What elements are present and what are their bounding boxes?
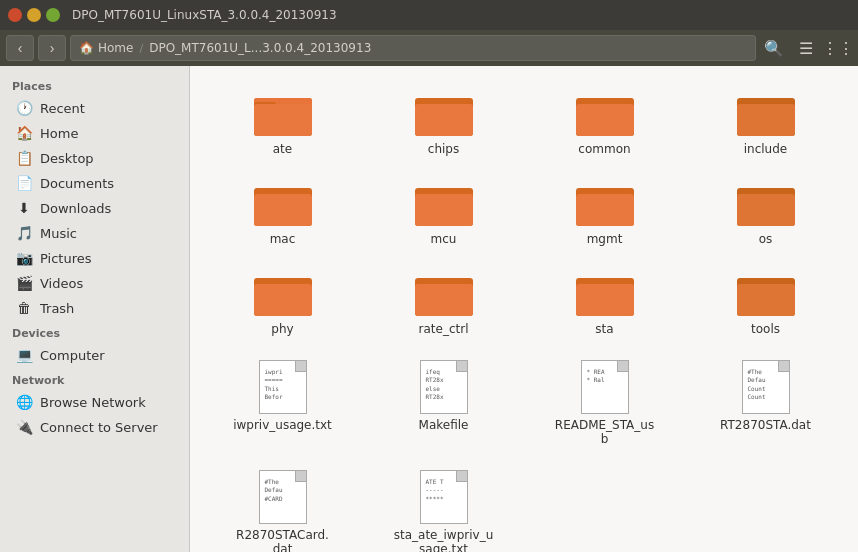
sidebar-item-pictures[interactable]: 📷 Pictures bbox=[4, 246, 185, 270]
svg-rect-6 bbox=[415, 104, 473, 136]
home-sidebar-icon: 🏠 bbox=[16, 125, 32, 141]
maximize-button[interactable] bbox=[46, 8, 60, 22]
folder-icon-chips bbox=[415, 90, 473, 138]
network-header: Network bbox=[0, 368, 189, 389]
folder-icon-phy bbox=[254, 270, 312, 318]
folder-rate-ctrl[interactable]: rate_ctrl bbox=[367, 262, 520, 344]
title-bar: DPO_MT7601U_LinuxSTA_3.0.0.4_20130913 bbox=[0, 0, 858, 30]
sidebar-label-connect-server: Connect to Server bbox=[40, 420, 158, 435]
sidebar-item-computer[interactable]: 💻 Computer bbox=[4, 343, 185, 367]
sidebar-label-music: Music bbox=[40, 226, 77, 241]
file-rt2870sta-dat[interactable]: #The Defau Count Count RT2870STA.dat bbox=[689, 352, 842, 454]
grid-view-icon: ⋮⋮ bbox=[822, 39, 854, 58]
folder-label-common: common bbox=[578, 142, 630, 156]
file-label-makefile: Makefile bbox=[419, 418, 469, 432]
textfile-icon-rt2870sta: #The Defau Count Count bbox=[742, 360, 790, 414]
svg-rect-30 bbox=[415, 284, 473, 316]
folder-icon-mac bbox=[254, 180, 312, 228]
documents-icon: 📄 bbox=[16, 175, 32, 191]
pictures-icon: 📷 bbox=[16, 250, 32, 266]
folder-mac[interactable]: mac bbox=[206, 172, 359, 254]
folder-mcu[interactable]: mcu bbox=[367, 172, 520, 254]
close-button[interactable] bbox=[8, 8, 22, 22]
sidebar: Places 🕐 Recent 🏠 Home 📋 Desktop 📄 Docum… bbox=[0, 66, 190, 552]
file-makefile[interactable]: ifeq RT28x else RT28x Makefile bbox=[367, 352, 520, 454]
file-label-sta-ate-iwpriv: sta_ate_iwpriv_usage.txt bbox=[394, 528, 494, 552]
folder-common[interactable]: common bbox=[528, 82, 681, 164]
textfile-icon-rt2870stacard: #The Defau #CARD bbox=[259, 470, 307, 524]
folder-icon-common bbox=[576, 90, 634, 138]
folder-icon-sta bbox=[576, 270, 634, 318]
sidebar-label-desktop: Desktop bbox=[40, 151, 94, 166]
textfile-icon-makefile: ifeq RT28x else RT28x bbox=[420, 360, 468, 414]
sidebar-item-music[interactable]: 🎵 Music bbox=[4, 221, 185, 245]
textfile-icon-iwpriv: iwpri ===== This Befor bbox=[259, 360, 307, 414]
file-grid: ate chips bbox=[206, 82, 842, 552]
window-controls[interactable] bbox=[8, 8, 60, 22]
current-path: DPO_MT7601U_L...3.0.0.4_20130913 bbox=[149, 41, 371, 55]
grid-view-button[interactable]: ⋮⋮ bbox=[824, 35, 852, 61]
sidebar-item-browse-network[interactable]: 🌐 Browse Network bbox=[4, 390, 185, 414]
sidebar-label-pictures: Pictures bbox=[40, 251, 91, 266]
search-icon: 🔍 bbox=[764, 39, 784, 58]
folder-icon-include bbox=[737, 90, 795, 138]
list-view-button[interactable]: ☰ bbox=[792, 35, 820, 61]
downloads-icon: ⬇ bbox=[16, 200, 32, 216]
sidebar-item-trash[interactable]: 🗑 Trash bbox=[4, 296, 185, 320]
sidebar-item-desktop[interactable]: 📋 Desktop bbox=[4, 146, 185, 170]
back-button[interactable]: ‹ bbox=[6, 35, 34, 61]
file-label-iwpriv: iwpriv_usage.txt bbox=[233, 418, 332, 432]
file-label-rt2870sta-dat: RT2870STA.dat bbox=[720, 418, 811, 432]
svg-rect-9 bbox=[576, 104, 634, 136]
search-button[interactable]: 🔍 bbox=[760, 35, 788, 61]
folder-label-tools: tools bbox=[751, 322, 780, 336]
sidebar-label-videos: Videos bbox=[40, 276, 83, 291]
svg-rect-3 bbox=[254, 104, 312, 136]
devices-header: Devices bbox=[0, 321, 189, 342]
svg-rect-15 bbox=[254, 194, 312, 226]
folder-label-phy: phy bbox=[271, 322, 293, 336]
file-sta-ate-iwpriv[interactable]: ATE T ----- ***** sta_ate_iwpriv_usage.t… bbox=[367, 462, 520, 552]
places-header: Places bbox=[0, 74, 189, 95]
folder-os[interactable]: os bbox=[689, 172, 842, 254]
list-view-icon: ☰ bbox=[799, 39, 813, 58]
file-iwpriv[interactable]: iwpri ===== This Befor iwpriv_usage.txt bbox=[206, 352, 359, 454]
file-readme[interactable]: * REA * Ral README_STA_usb bbox=[528, 352, 681, 454]
trash-icon: 🗑 bbox=[16, 300, 32, 316]
folder-include[interactable]: include bbox=[689, 82, 842, 164]
textfile-icon-sta-ate-iwpriv: ATE T ----- ***** bbox=[420, 470, 468, 524]
forward-button[interactable]: › bbox=[38, 35, 66, 61]
videos-icon: 🎬 bbox=[16, 275, 32, 291]
folder-label-rate-ctrl: rate_ctrl bbox=[419, 322, 469, 336]
sidebar-item-connect-server[interactable]: 🔌 Connect to Server bbox=[4, 415, 185, 439]
folder-label-sta: sta bbox=[595, 322, 613, 336]
folder-mgmt[interactable]: mgmt bbox=[528, 172, 681, 254]
sidebar-label-home: Home bbox=[40, 126, 78, 141]
sidebar-item-documents[interactable]: 📄 Documents bbox=[4, 171, 185, 195]
folder-ate[interactable]: ate bbox=[206, 82, 359, 164]
file-rt2870stacard[interactable]: #The Defau #CARD R2870STACard.dat bbox=[206, 462, 359, 552]
sidebar-item-downloads[interactable]: ⬇ Downloads bbox=[4, 196, 185, 220]
folder-icon-ate bbox=[254, 90, 312, 138]
folder-icon-rate-ctrl bbox=[415, 270, 473, 318]
svg-rect-27 bbox=[254, 284, 312, 316]
folder-sta[interactable]: sta bbox=[528, 262, 681, 344]
sidebar-item-home[interactable]: 🏠 Home bbox=[4, 121, 185, 145]
svg-rect-24 bbox=[737, 194, 795, 226]
location-bar[interactable]: 🏠 Home / DPO_MT7601U_L...3.0.0.4_2013091… bbox=[70, 35, 756, 61]
folder-tools[interactable]: tools bbox=[689, 262, 842, 344]
minimize-button[interactable] bbox=[27, 8, 41, 22]
sidebar-label-downloads: Downloads bbox=[40, 201, 111, 216]
sidebar-item-recent[interactable]: 🕐 Recent bbox=[4, 96, 185, 120]
folder-phy[interactable]: phy bbox=[206, 262, 359, 344]
main-area: Places 🕐 Recent 🏠 Home 📋 Desktop 📄 Docum… bbox=[0, 66, 858, 552]
sidebar-label-trash: Trash bbox=[40, 301, 74, 316]
home-breadcrumb[interactable]: 🏠 Home bbox=[79, 41, 133, 55]
svg-rect-33 bbox=[576, 284, 634, 316]
sidebar-item-videos[interactable]: 🎬 Videos bbox=[4, 271, 185, 295]
home-icon: 🏠 bbox=[79, 41, 94, 55]
svg-rect-18 bbox=[415, 194, 473, 226]
folder-label-mgmt: mgmt bbox=[587, 232, 623, 246]
connect-server-icon: 🔌 bbox=[16, 419, 32, 435]
folder-chips[interactable]: chips bbox=[367, 82, 520, 164]
